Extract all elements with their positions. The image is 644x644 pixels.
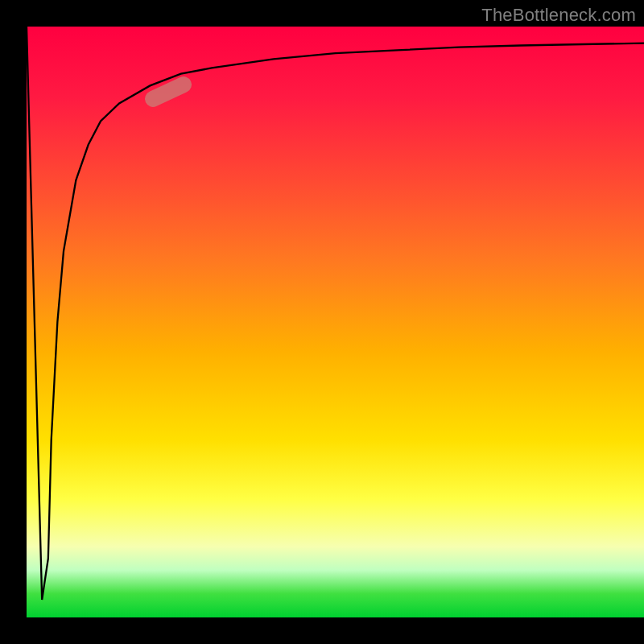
attribution-text: TheBottleneck.com [481,5,636,26]
plot-area [27,27,644,617]
chart-container: TheBottleneck.com [0,0,644,644]
bottleneck-curve [27,27,644,617]
